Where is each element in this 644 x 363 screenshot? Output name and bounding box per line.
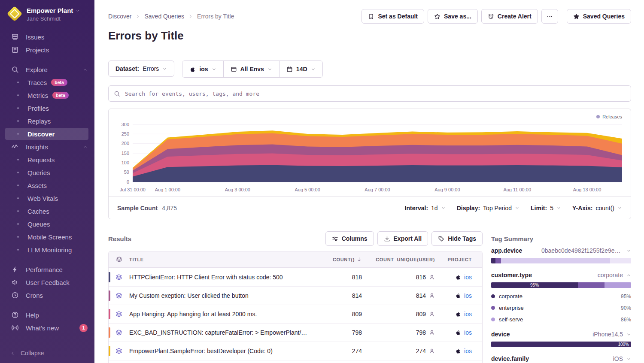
column-count[interactable]: COUNT() (310, 257, 362, 262)
chevron-down-icon[interactable] (626, 357, 631, 361)
collapse-button[interactable]: Collapse (0, 343, 94, 363)
project-filter[interactable]: ios (182, 61, 223, 77)
project-link[interactable]: ios (464, 274, 472, 281)
sidebar-item-profiles[interactable]: Profiles (0, 102, 94, 115)
org-switcher[interactable]: Empower Plant Jane Schmidt (0, 0, 94, 24)
breadcrumb-saved-queries[interactable]: Saved Queries (144, 13, 184, 20)
sidebar-item-metrics[interactable]: Metricsbeta (0, 89, 94, 102)
sidebar-item-assets[interactable]: Assets (0, 179, 94, 192)
table-row[interactable]: EmpowerPlant.SampleError: happyCustomer … (109, 360, 482, 363)
sidebar-item-mobile-screens[interactable]: Mobile Screens (0, 230, 94, 243)
row-title[interactable]: App Hanging: App hanging for at least 20… (129, 311, 257, 318)
table-row[interactable]: My Custom exeption: User clicked the but… (109, 286, 482, 305)
row-project[interactable]: ios (435, 348, 482, 354)
row-project[interactable]: ios (435, 292, 482, 299)
sidebar-item-label: Explore (26, 66, 48, 73)
chevron-down-icon[interactable] (626, 248, 631, 253)
results-heading: Results (108, 235, 131, 242)
results-column: Results ColumnsExport AllHide Tags TITLE… (108, 231, 483, 363)
stack-trace-icon[interactable] (115, 348, 122, 354)
sidebar-item-projects[interactable]: Projects (0, 43, 94, 56)
table-row[interactable]: EXC_BAD_INSTRUCTION: captureFatalError: … (109, 323, 482, 342)
stacked-area-chart[interactable]: 050100150200250300Jul 31 00:00Aug 1 00:0… (114, 114, 626, 197)
series-dot (491, 318, 495, 321)
row-project[interactable]: ios (435, 274, 482, 281)
row-project[interactable]: ios (435, 329, 482, 336)
row-project[interactable]: ios (435, 311, 482, 318)
sidebar-item-llm-monitoring[interactable]: LLM Monitoring (0, 243, 94, 256)
sidebar-item-requests[interactable]: Requests (0, 153, 94, 166)
svg-text:Aug 13 00:00: Aug 13 00:00 (573, 187, 601, 192)
interval-selector[interactable]: Interval:1d (405, 205, 446, 212)
sidebar-item-crons[interactable]: Crons (0, 289, 94, 302)
columns-button[interactable]: Columns (325, 231, 374, 246)
tag-item[interactable]: corporate95% (491, 293, 631, 299)
display-selector[interactable]: Display:Top Period (457, 205, 519, 212)
columns-icon (332, 236, 338, 242)
sidebar-item-what-s-new[interactable]: What's new1 (0, 321, 94, 334)
stack-trace-icon[interactable] (115, 311, 122, 318)
more-options-button[interactable] (541, 9, 558, 24)
stack-trace-icon[interactable] (115, 292, 122, 299)
saved-queries-button[interactable]: Saved Queries (567, 9, 631, 24)
sidebar-item-web-vitals[interactable]: Web Vitals (0, 192, 94, 205)
column-project[interactable]: PROJECT (435, 257, 482, 262)
project-link[interactable]: ios (464, 311, 472, 318)
sidebar-item-replays[interactable]: Replays (0, 115, 94, 127)
row-title[interactable]: EmpowerPlant.SampleError: bestDeveloper … (129, 348, 273, 354)
chevron-up-icon[interactable] (626, 273, 631, 278)
sidebar-item-user-feedback[interactable]: User Feedback (0, 276, 94, 289)
breadcrumb-discover[interactable]: Discover (108, 13, 131, 20)
row-title[interactable]: HTTPClientError: HTTP Client Error with … (129, 274, 283, 281)
sidebar-item-explore[interactable]: Explore (0, 63, 94, 76)
chevron-down-icon (162, 67, 167, 71)
environment-filter[interactable]: All Envs (223, 61, 279, 77)
project-link[interactable]: ios (464, 329, 472, 336)
set-as-default-button[interactable]: Set as Default (361, 9, 424, 24)
tag-item-label: enterprise (499, 305, 524, 311)
sidebar-item-performance[interactable]: Performance (0, 263, 94, 276)
table-row[interactable]: App Hanging: App hanging for at least 20… (109, 305, 482, 323)
user-icon (429, 293, 435, 299)
row-title[interactable]: My Custom exeption: User clicked the but… (129, 292, 249, 299)
sidebar-item-queues[interactable]: Queues (0, 218, 94, 230)
row-count: 814 (310, 292, 362, 299)
row-title[interactable]: EXC_BAD_INSTRUCTION: captureFatalError: … (129, 329, 310, 336)
column-count-unique[interactable]: COUNT_UNIQUE(USER) (362, 257, 435, 262)
sidebar-item-traces[interactable]: Tracesbeta (0, 76, 94, 89)
table-row[interactable]: HTTPClientError: HTTP Client Error with … (109, 268, 482, 286)
chart-legend[interactable]: Releases (596, 114, 622, 119)
tag-item[interactable]: enterprise90% (491, 305, 631, 311)
project-link[interactable]: ios (464, 348, 472, 354)
sidebar-item-insights[interactable]: Insights (0, 140, 94, 153)
stack-trace-icon[interactable] (115, 274, 122, 281)
sidebar-item-discover[interactable]: Discover (0, 127, 94, 140)
sidebar-item-queries[interactable]: Queries (0, 166, 94, 179)
stack-trace-icon[interactable] (115, 329, 122, 336)
sidebar-item-label: Crons (26, 292, 43, 299)
tag-distribution-bar[interactable] (491, 258, 631, 263)
save-as-button[interactable]: Save as... (428, 9, 478, 24)
export-all-button[interactable]: Export All (377, 231, 428, 246)
tag-item[interactable]: self-serve86% (491, 316, 631, 323)
table-row[interactable]: EmpowerPlant.SampleError: bestDeveloper … (109, 342, 482, 360)
column-title[interactable]: TITLE (129, 257, 310, 262)
dataset-selector[interactable]: Dataset: Errors (108, 60, 174, 77)
create-alert-button[interactable]: Create Alert (481, 9, 538, 24)
bullet-dot (17, 210, 19, 212)
project-link[interactable]: ios (464, 292, 472, 299)
sample-count-value: 4,875 (162, 205, 177, 212)
sidebar-item-issues[interactable]: Issues (0, 30, 94, 43)
sidebar-item-caches[interactable]: Caches (0, 205, 94, 218)
tag-distribution-bar[interactable]: 100% (491, 342, 631, 347)
hide-tags-button[interactable]: Hide Tags (431, 231, 483, 246)
sidebar-item-help[interactable]: Help (0, 309, 94, 321)
search-input[interactable] (124, 90, 626, 97)
date-range-filter[interactable]: 14D (279, 61, 322, 77)
app-root: Empower Plant Jane Schmidt IssuesProject… (0, 0, 644, 363)
y-axis-selector[interactable]: Y-Axis:count() (572, 205, 622, 212)
limit-selector[interactable]: Limit:5 (531, 205, 561, 212)
chevron-down-icon[interactable] (626, 332, 631, 337)
tag-distribution-bar[interactable]: 95% (491, 282, 631, 288)
project-filter-value: ios (199, 66, 208, 73)
